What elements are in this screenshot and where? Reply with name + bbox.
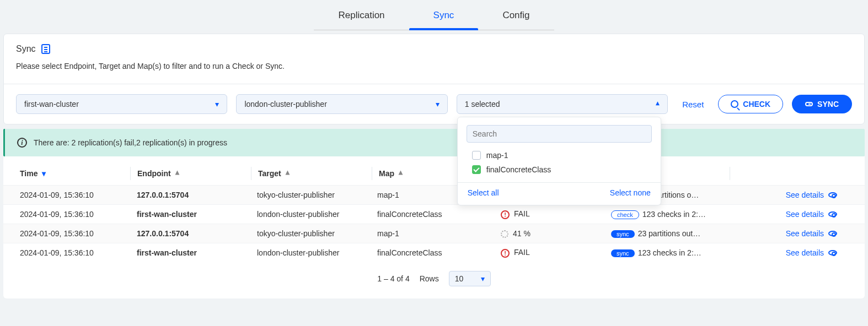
table-row: 2024-01-09, 15:36:10127.0.0.1:5704tokyo-… [3,185,865,204]
cell-time: 2024-01-09, 15:36:10 [10,229,130,238]
cell-target: tokyo-cluster-publisher [250,191,371,199]
table-row: 2024-01-09, 15:36:10first-wan-clusterlon… [3,243,865,262]
chevron-up-icon: ▾ [399,169,403,178]
cell-desc: sync23 partitions out… [611,229,727,238]
table-row: 2024-01-09, 15:36:10127.0.0.1:5704tokyo-… [3,224,865,243]
alert-text: There are: 2 replication(s) fail,2 repli… [34,138,227,147]
table-row: 2024-01-09, 15:36:10first-wan-clusterlon… [3,204,865,224]
cell-endpoint: 127.0.0.1:5704 [130,191,250,199]
chevron-down-icon: ▾ [215,100,219,108]
see-details-link[interactable]: See details [786,229,824,238]
link-icon [805,102,813,106]
endpoint-select[interactable]: first-wan-cluster ▾ [16,94,227,114]
select-all-link[interactable]: Select all [468,188,499,197]
tab-sync[interactable]: Sync [409,10,479,30]
main-tabs: Replication Sync Config [0,0,868,30]
fail-icon [501,249,510,258]
see-details-link[interactable]: See details [786,210,824,219]
cell-map: finalConcreteClass [371,210,491,219]
spinner-icon [501,230,508,238]
document-icon [41,44,50,54]
pager-range: 1 – 4 of 4 [377,274,409,283]
sync-panel: Sync Please select Endpoint, Target and … [3,34,865,124]
cell-map: finalConcreteClass [371,248,491,257]
eye-icon[interactable] [828,211,837,217]
dropdown-search-input[interactable] [467,125,652,143]
cell-time: 2024-01-09, 15:36:10 [10,210,130,219]
col-endpoint[interactable]: Endpoint▾ [131,169,251,178]
rows-per-page-select[interactable]: 10 ▾ [449,271,491,286]
cell-time: 2024-01-09, 15:36:10 [10,248,130,257]
tab-replication[interactable]: Replication [314,10,409,30]
badge-sync: sync [611,249,635,257]
results-table: Time▾ Endpoint▾ Target▾ Map▾ ▾ 2024-01-0… [3,156,865,298]
cell-desc: sync123 checks in 2:… [611,248,727,257]
cell-endpoint: first-wan-cluster [130,248,250,257]
target-value: london-cluster-publisher [244,100,326,108]
checkbox-unchecked-icon[interactable] [472,151,481,160]
cell-map: map-1 [371,229,491,238]
see-details-link[interactable]: See details [786,248,824,257]
chevron-up-icon: ▾ [286,169,290,178]
select-none-link[interactable]: Select none [610,188,651,197]
check-button[interactable]: CHECK [718,95,783,113]
cell-target: tokyo-cluster-publisher [250,229,371,238]
cell-time: 2024-01-09, 15:36:10 [10,191,130,199]
dropdown-option-finalconcreteclass[interactable]: finalConcreteClass [458,162,661,177]
cell-status: FAIL [491,248,611,257]
see-details-link[interactable]: See details [786,191,824,199]
eye-icon[interactable] [828,231,837,236]
maps-value: 1 selected [465,100,500,108]
reset-link[interactable]: Reset [677,100,709,109]
chevron-up-icon: ▾ [175,169,179,178]
chevron-down-icon: ▾ [481,274,485,283]
pager: 1 – 4 of 4 Rows 10 ▾ [3,262,865,298]
cell-endpoint: 127.0.0.1:5704 [130,229,250,238]
tab-config[interactable]: Config [478,10,554,30]
col-target[interactable]: Target▾ [251,169,372,178]
chevron-down-icon: ▾ [42,169,46,178]
dropdown-option-map-1[interactable]: map-1 [458,148,661,162]
maps-dropdown: map-1 finalConcreteClass Select all Sele… [457,117,661,205]
maps-select[interactable]: 1 selected ▾ map-1 finalConcreteClass Se… [457,94,668,114]
sync-button[interactable]: SYNC [792,95,852,113]
status-alert: There are: 2 replication(s) fail,2 repli… [3,129,865,156]
instruction-text: Please select Endpoint, Target and Map(s… [16,62,852,70]
checkbox-checked-icon[interactable] [472,165,481,174]
endpoint-value: first-wan-cluster [24,100,79,108]
cell-status: 41 % [491,229,611,238]
badge-sync: sync [611,230,635,238]
page-title: Sync [16,44,36,54]
chevron-down-icon: ▾ [436,100,440,108]
fail-icon [501,210,510,219]
cell-endpoint: first-wan-cluster [130,210,250,219]
target-select[interactable]: london-cluster-publisher ▾ [236,94,447,114]
chevron-up-icon: ▾ [656,100,660,108]
cell-target: london-cluster-publisher [250,210,371,219]
eye-icon[interactable] [828,192,837,198]
cell-desc: check123 checks in 2:… [611,210,727,219]
badge-check: check [611,210,639,219]
col-time[interactable]: Time▾ [10,169,130,178]
cell-status: FAIL [491,209,611,219]
cell-target: london-cluster-publisher [250,248,371,257]
rows-label: Rows [420,274,439,283]
info-icon [17,138,27,148]
eye-icon[interactable] [828,250,837,256]
search-icon [731,100,738,108]
